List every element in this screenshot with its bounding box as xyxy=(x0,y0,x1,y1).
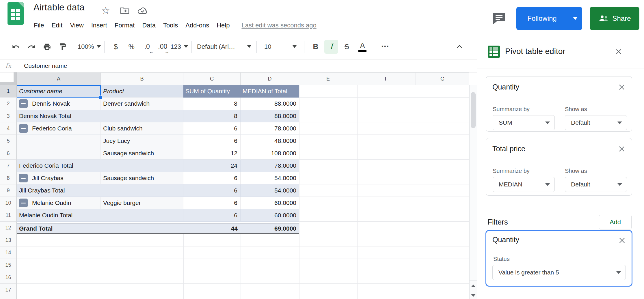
sheet-body[interactable]: Customer name Product SUM of Quantity ME… xyxy=(17,85,469,299)
product-cell[interactable]: Jucy Lucy xyxy=(101,135,183,147)
comment-icon[interactable] xyxy=(492,12,506,25)
move-folder-icon[interactable] xyxy=(119,5,131,16)
collapse-group-icon[interactable] xyxy=(19,124,28,133)
scroll-up-button[interactable] xyxy=(470,280,477,291)
total-cell[interactable]: 88.0000 xyxy=(241,110,299,122)
row-header-1[interactable]: 1 xyxy=(0,85,17,98)
row-header-17[interactable]: 17 xyxy=(0,284,17,296)
summarize-by-select[interactable]: SUM xyxy=(493,115,555,130)
row-header-7[interactable]: 7 xyxy=(0,160,17,172)
subtotal-label-cell[interactable]: Dennis Novak Total xyxy=(17,110,101,122)
collapse-group-icon[interactable] xyxy=(19,99,28,108)
customer-cell[interactable]: Melanie Oudin xyxy=(17,197,101,209)
quantity-cell[interactable]: 6 xyxy=(183,184,241,197)
remove-value-icon[interactable] xyxy=(617,144,627,154)
column-header-F[interactable]: F xyxy=(357,72,416,85)
quantity-cell[interactable]: 6 xyxy=(183,122,241,135)
collapse-group-icon[interactable] xyxy=(19,174,28,182)
total-cell[interactable]: 78.0000 xyxy=(241,160,299,172)
menu-data[interactable]: Data xyxy=(138,20,159,31)
vertical-scrollbar[interactable] xyxy=(469,85,477,299)
italic-button[interactable]: I xyxy=(323,39,339,55)
product-cell[interactable] xyxy=(101,184,183,197)
scroll-down-button[interactable] xyxy=(470,291,477,299)
star-icon[interactable]: ☆ xyxy=(100,5,111,16)
product-cell[interactable] xyxy=(101,110,183,122)
undo-button[interactable] xyxy=(8,39,24,55)
customer-cell[interactable] xyxy=(17,147,101,160)
row-header-5[interactable]: 5 xyxy=(0,135,17,147)
collapse-toolbar-button[interactable] xyxy=(452,39,467,55)
column-header-C[interactable]: C xyxy=(183,72,241,85)
collapse-group-icon[interactable] xyxy=(19,199,28,207)
share-button[interactable]: Share xyxy=(590,7,639,30)
product-cell[interactable]: Denver sandwich xyxy=(101,98,183,110)
quantity-cell[interactable]: 6 xyxy=(183,197,241,209)
column-header-A[interactable]: A xyxy=(17,72,101,85)
cell-c1[interactable]: SUM of Quantity xyxy=(183,85,241,98)
row-header-11[interactable]: 11 xyxy=(0,209,17,222)
subtotal-label-cell[interactable]: Jill Craybas Total xyxy=(17,184,101,197)
row-header-3[interactable]: 3 xyxy=(0,110,17,122)
total-cell[interactable]: 54.0000 xyxy=(241,172,299,184)
panel-close-icon[interactable] xyxy=(614,47,623,57)
product-cell[interactable]: Veggie burger xyxy=(101,197,183,209)
strikethrough-button[interactable]: S xyxy=(339,39,355,55)
total-cell[interactable]: 69.0000 xyxy=(241,223,299,233)
quantity-cell[interactable]: 12 xyxy=(183,147,241,160)
formula-input[interactable]: Customer name xyxy=(24,62,67,69)
increase-decimal-button[interactable]: .00→ xyxy=(155,39,170,55)
menu-insert[interactable]: Insert xyxy=(88,20,111,31)
quantity-cell[interactable]: 8 xyxy=(183,98,241,110)
filter-condition-select[interactable]: Value is greater than 5 xyxy=(492,265,626,280)
total-cell[interactable]: 48.0000 xyxy=(241,135,299,147)
grand-total-label-cell[interactable]: Grand Total xyxy=(17,223,101,233)
total-cell[interactable]: 54.0000 xyxy=(241,184,299,197)
row-header-14[interactable]: 14 xyxy=(0,246,17,259)
menu-tools[interactable]: Tools xyxy=(159,20,182,31)
total-cell[interactable]: 108.0000 xyxy=(241,147,299,160)
total-cell[interactable]: 60.0000 xyxy=(241,209,299,222)
font-size-select[interactable]: 10 xyxy=(260,39,301,55)
column-header-D[interactable]: D xyxy=(241,72,299,85)
row-header-15[interactable]: 15 xyxy=(0,259,17,271)
row-header-2[interactable]: 2 xyxy=(0,98,17,110)
product-cell[interactable] xyxy=(101,209,183,222)
following-dropdown[interactable] xyxy=(568,17,582,20)
total-cell[interactable]: 78.0000 xyxy=(241,122,299,135)
more-options-button[interactable]: ⋯ xyxy=(377,39,393,55)
text-color-button[interactable]: A xyxy=(355,39,370,55)
quantity-cell[interactable]: 6 xyxy=(183,209,241,222)
quantity-cell[interactable]: 8 xyxy=(183,110,241,122)
last-edit-status[interactable]: Last edit was seconds ago xyxy=(241,22,316,29)
column-header-E[interactable]: E xyxy=(299,72,357,85)
remove-value-icon[interactable] xyxy=(617,82,627,92)
cloud-saved-icon[interactable] xyxy=(137,5,148,16)
total-cell[interactable]: 88.0000 xyxy=(241,98,299,110)
product-cell[interactable]: Sausage sandwich xyxy=(101,172,183,184)
following-button[interactable]: Following xyxy=(516,7,582,30)
menu-help[interactable]: Help xyxy=(213,20,233,31)
format-percent-button[interactable]: % xyxy=(124,39,139,55)
quantity-cell[interactable]: 6 xyxy=(183,172,241,184)
quantity-cell[interactable]: 24 xyxy=(183,160,241,172)
row-header-6[interactable]: 6 xyxy=(0,147,17,160)
column-header-G[interactable]: G xyxy=(416,72,469,85)
font-select[interactable]: Default (Ari… xyxy=(195,39,253,55)
total-cell[interactable]: 60.0000 xyxy=(241,197,299,209)
zoom-select[interactable]: 100% xyxy=(78,39,101,55)
show-as-select[interactable]: Default xyxy=(565,177,627,192)
show-as-select[interactable]: Default xyxy=(565,115,627,130)
cell-d1[interactable]: MEDIAN of Total xyxy=(241,85,299,98)
menu-file[interactable]: File xyxy=(30,20,48,31)
row-header-10[interactable]: 10 xyxy=(0,197,17,209)
print-button[interactable] xyxy=(39,39,55,55)
redo-button[interactable] xyxy=(24,39,39,55)
select-all-corner[interactable] xyxy=(0,72,17,85)
remove-filter-icon[interactable] xyxy=(617,236,627,245)
cell-b1[interactable]: Product xyxy=(101,85,183,98)
row-header-8[interactable]: 8 xyxy=(0,172,17,184)
fill-handle[interactable] xyxy=(99,96,102,99)
format-currency-button[interactable]: $ xyxy=(108,39,124,55)
row-header-16[interactable]: 16 xyxy=(0,271,17,284)
